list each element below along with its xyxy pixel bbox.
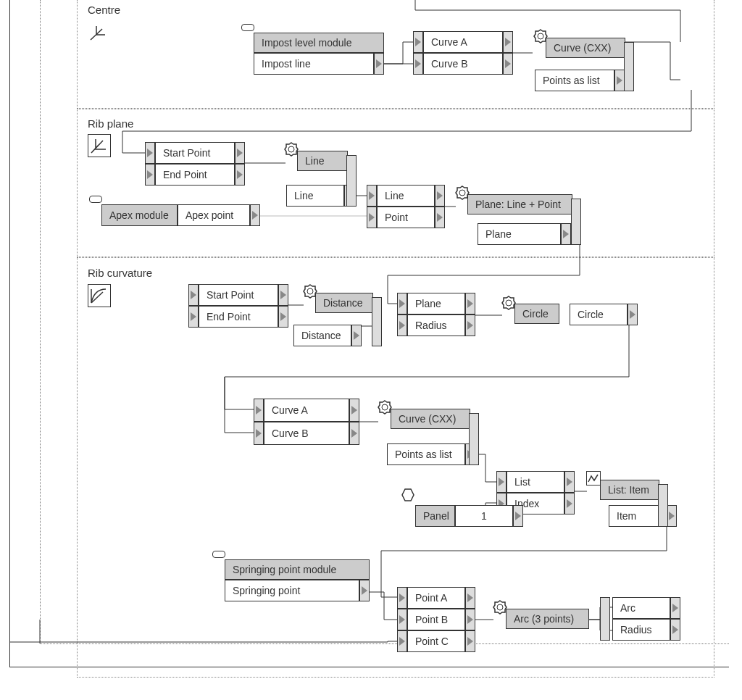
apex-module-node: Apex module Apex point (101, 204, 260, 226)
list-item-node: List: Item (600, 480, 659, 500)
gear-icon (378, 400, 392, 414)
section-centre-label: Centre (88, 4, 120, 16)
svg-point-5 (459, 190, 465, 196)
chart-icon (586, 471, 601, 486)
distance-node-out: Distance (293, 325, 362, 346)
start-end-2-node: Start Point End Point (188, 284, 288, 328)
ribcurv-icon (88, 284, 111, 307)
circle-out-node: Circle (570, 304, 638, 325)
hexagon-icon (401, 488, 414, 501)
gear-icon (493, 600, 507, 614)
section-ribplane-label: Rib plane (88, 117, 133, 130)
start-end-1-node: Start Point End Point (145, 142, 245, 186)
points-abc-node: Point A Point B Point C (397, 587, 475, 652)
curve-cxx-1-out: Points as list (535, 70, 625, 91)
line-point-node: Line Point (367, 185, 445, 228)
pill-icon (241, 24, 254, 31)
pill-icon (89, 196, 102, 203)
svg-point-3 (288, 146, 294, 152)
arc3-node: Arc (3 points) (506, 609, 589, 629)
line-node: Line (297, 151, 348, 171)
plane-lp-out: Plane (478, 223, 571, 245)
svg-point-1 (538, 33, 543, 39)
plane-radius-node: Plane Radius (397, 293, 475, 336)
curve-ab-1-node: Curve A Curve B (413, 31, 513, 75)
springing-node: Springing point module Springing point (225, 559, 370, 601)
curve-cxx-1-node: Curve (CXX) (546, 38, 625, 58)
curve-cxx-2-node: Curve (CXX) (391, 409, 470, 429)
svg-point-14 (497, 604, 503, 610)
curve-cxx-2-out: Points as list (387, 443, 475, 465)
panel-node: Panel 1 (415, 505, 523, 527)
impost-module-node: Impost level module Impost line (254, 33, 384, 75)
svg-point-7 (307, 288, 313, 294)
circle-header-node: Circle (514, 304, 559, 324)
plane-lp-node: Plane: Line + Point (467, 194, 572, 214)
svg-point-9 (506, 300, 512, 306)
centre-icon (88, 22, 109, 43)
pill-icon (212, 551, 225, 558)
arc3-outputs: Arc Radius (612, 597, 680, 641)
ribplane-icon (88, 134, 111, 157)
svg-point-11 (382, 404, 388, 410)
section-ribcurv-label: Rib curvature (88, 267, 152, 279)
gear-icon (284, 142, 299, 157)
svg-marker-12 (402, 489, 414, 501)
curve-ab-2-node: Curve A Curve B (254, 399, 359, 445)
distance-node: Distance (315, 293, 373, 313)
line-node-out: Line (286, 185, 354, 207)
gear-icon (501, 296, 516, 310)
